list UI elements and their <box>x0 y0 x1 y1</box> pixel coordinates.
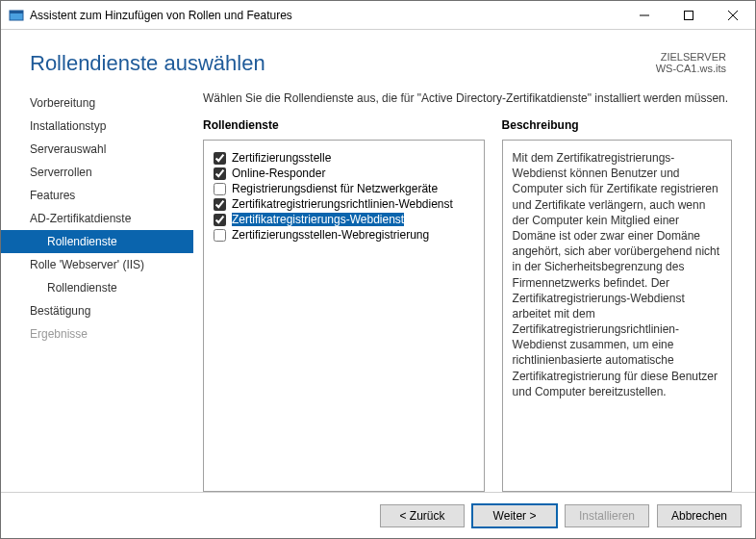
sidebar-item[interactable]: Rolle 'Webserver' (IIS) <box>1 253 193 276</box>
role-item[interactable]: Online-Responder <box>212 166 476 181</box>
columns: Rollendienste ZertifizierungsstelleOnlin… <box>203 118 732 492</box>
role-checkbox[interactable] <box>214 152 226 165</box>
maximize-button[interactable] <box>667 1 711 30</box>
sidebar-item[interactable]: AD-Zertifikatdienste <box>1 207 193 230</box>
role-label: Zertifikatregistrierungs-Webdienst <box>232 213 404 226</box>
wizard-footer: < Zurück Weiter > Installieren Abbrechen <box>1 492 755 538</box>
sidebar-item: Ergebnisse <box>1 322 193 346</box>
sidebar-item[interactable]: Features <box>1 184 193 207</box>
role-checkbox[interactable] <box>214 167 226 180</box>
description-title: Beschreibung <box>502 118 732 132</box>
roles-title: Rollendienste <box>203 118 485 132</box>
minimize-button[interactable] <box>622 1 667 30</box>
role-item[interactable]: Zertifizierungsstelle <box>212 150 476 166</box>
description-box: Mit dem Zertifikatregistrierungs-Webdien… <box>502 140 732 492</box>
role-item[interactable]: Registrierungsdienst für Netzwerkgeräte <box>212 181 476 196</box>
description-column: Beschreibung Mit dem Zertifikatregistrie… <box>502 118 732 492</box>
svg-rect-1 <box>10 11 23 13</box>
cancel-button[interactable]: Abbrechen <box>657 504 742 527</box>
wizard-main: Wählen Sie die Rollendienste aus, die fü… <box>193 86 745 492</box>
titlebar: Assistent zum Hinzufügen von Rollen und … <box>1 1 755 30</box>
intro-text: Wählen Sie die Rollendienste aus, die fü… <box>203 91 732 105</box>
role-label: Online-Responder <box>232 167 325 180</box>
sidebar-item[interactable]: Rollendienste <box>1 230 193 253</box>
role-checkbox[interactable] <box>214 214 226 226</box>
target-server-info: ZIELSERVER WS-CA1.ws.its <box>656 51 726 74</box>
wizard-header: Rollendienste auswählen ZIELSERVER WS-CA… <box>1 30 755 86</box>
role-label: Zertifizierungsstelle <box>232 151 331 165</box>
role-label: Zertifikatregistrierungsrichtlinien-Webd… <box>232 197 453 211</box>
target-server-label: ZIELSERVER <box>656 51 726 63</box>
sidebar-item[interactable]: Serverauswahl <box>1 138 193 161</box>
roles-column: Rollendienste ZertifizierungsstelleOnlin… <box>203 118 485 492</box>
window-title: Assistent zum Hinzufügen von Rollen und … <box>30 9 622 22</box>
wizard-steps-sidebar: VorbereitungInstallationstypServerauswah… <box>1 86 193 492</box>
install-button[interactable]: Installieren <box>565 504 649 527</box>
role-checkbox[interactable] <box>214 198 226 211</box>
back-button[interactable]: < Zurück <box>380 504 465 527</box>
roles-listbox[interactable]: ZertifizierungsstelleOnline-ResponderReg… <box>203 140 485 492</box>
role-item[interactable]: Zertifikatregistrierungs-Webdienst <box>212 212 476 227</box>
close-button[interactable] <box>711 1 755 30</box>
role-label: Zertifizierungsstellen-Webregistrierung <box>232 228 429 242</box>
wizard-window: Assistent zum Hinzufügen von Rollen und … <box>0 0 756 539</box>
app-icon <box>9 8 24 23</box>
sidebar-item[interactable]: Rollendienste <box>1 276 193 299</box>
sidebar-item[interactable]: Vorbereitung <box>1 91 193 115</box>
role-checkbox[interactable] <box>214 229 226 242</box>
role-item[interactable]: Zertifizierungsstellen-Webregistrierung <box>212 227 476 243</box>
page-title: Rollendienste auswählen <box>30 51 265 76</box>
wizard-body: VorbereitungInstallationstypServerauswah… <box>1 86 755 492</box>
next-button[interactable]: Weiter > <box>472 504 557 527</box>
role-checkbox[interactable] <box>214 183 226 195</box>
sidebar-item[interactable]: Serverrollen <box>1 161 193 184</box>
svg-rect-3 <box>685 11 693 19</box>
role-label: Registrierungsdienst für Netzwerkgeräte <box>232 182 438 195</box>
role-item[interactable]: Zertifikatregistrierungsrichtlinien-Webd… <box>212 196 476 212</box>
sidebar-item[interactable]: Bestätigung <box>1 299 193 322</box>
sidebar-item[interactable]: Installationstyp <box>1 115 193 138</box>
target-server-value: WS-CA1.ws.its <box>656 63 726 74</box>
